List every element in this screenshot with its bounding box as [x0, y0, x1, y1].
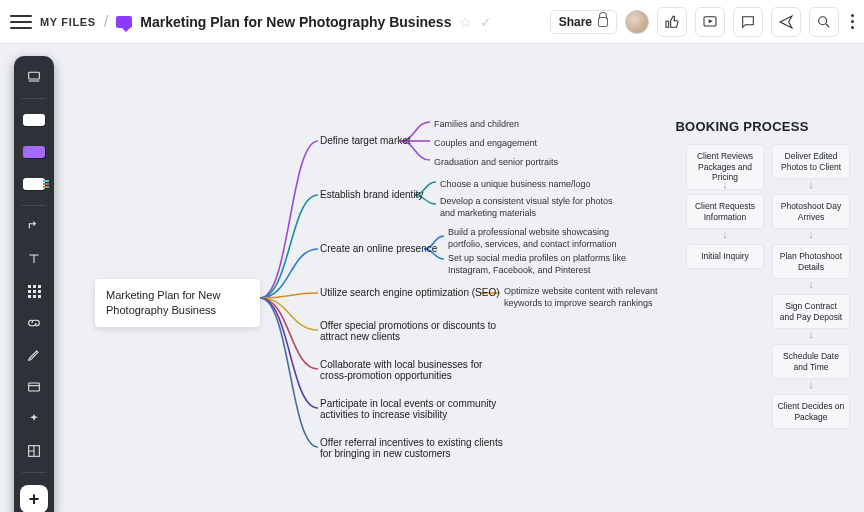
branch-online[interactable]: Create an online presence [320, 243, 437, 254]
arrow-down-icon: ↓ [772, 178, 850, 190]
flow-box[interactable]: Deliver Edited Photos to Client [772, 144, 850, 179]
tool-ai-sparkle[interactable] [19, 406, 49, 432]
branch-referral[interactable]: Offer referral incentives to existing cl… [320, 437, 510, 459]
flow-box[interactable]: Schedule Date and Time [772, 344, 850, 379]
top-bar: MY FILES / Marketing Plan for New Photog… [0, 0, 864, 44]
page-title[interactable]: Marketing Plan for New Photography Busin… [140, 14, 451, 30]
tool-layout[interactable] [19, 438, 49, 464]
mindmap-root[interactable]: Marketing Plan for New Photography Busin… [95, 279, 260, 327]
arrow-down-icon: ↓ [772, 378, 850, 390]
tool-text[interactable] [19, 246, 49, 272]
share-label: Share [559, 15, 592, 29]
svg-point-1 [819, 16, 827, 24]
leaf[interactable]: Choose a unique business name/logo [440, 178, 591, 190]
tool-browser[interactable] [19, 374, 49, 400]
leaf[interactable]: Families and children [434, 118, 519, 130]
checkmark-icon[interactable]: ✓ [480, 14, 492, 30]
arrow-down-icon: ↓ [686, 228, 764, 240]
share-button[interactable]: Share [550, 10, 617, 34]
avatar[interactable] [625, 10, 649, 34]
leaf[interactable]: Optimize website content with relevant k… [504, 285, 674, 309]
flow-box[interactable]: Initial Inquiry [686, 244, 764, 269]
lock-icon [598, 17, 608, 27]
branch-target-market[interactable]: Define target market [320, 135, 411, 146]
send-button[interactable] [771, 7, 801, 37]
flow-box[interactable]: Plan Photoshoot Details [772, 244, 850, 279]
menu-icon[interactable] [10, 15, 32, 29]
add-button[interactable]: + [20, 485, 48, 512]
breadcrumb-separator: / [104, 13, 108, 31]
tool-templates[interactable] [19, 64, 49, 90]
leaf[interactable]: Build a professional website showcasing … [448, 226, 643, 250]
flow-box[interactable]: Photoshoot Day Arrives [772, 194, 850, 229]
arrow-down-icon: ↓ [772, 278, 850, 290]
tool-rail: + [14, 56, 54, 512]
arrow-down-icon: ↓ [686, 178, 764, 190]
arrow-down-icon: ↓ [772, 328, 850, 340]
branch-events[interactable]: Participate in local events or community… [320, 398, 520, 420]
breadcrumb-root[interactable]: MY FILES [40, 16, 96, 28]
svg-rect-3 [29, 383, 40, 391]
branch-seo[interactable]: Utilize search engine optimization (SEO) [320, 287, 500, 298]
like-button[interactable] [657, 7, 687, 37]
flow-box[interactable]: Sign Contract and Pay Deposit [772, 294, 850, 329]
flow-box[interactable]: Client Decides on Package [772, 394, 850, 429]
branch-brand-identity[interactable]: Establish brand identity [320, 189, 423, 200]
search-button[interactable] [809, 7, 839, 37]
star-icon[interactable]: ☆ [459, 14, 472, 30]
tool-card-white[interactable] [19, 107, 49, 133]
branch-collab[interactable]: Collaborate with local businesses for cr… [320, 359, 510, 381]
leaf[interactable]: Develop a consistent visual style for ph… [440, 195, 630, 219]
flow-title: BOOKING PROCESS [656, 119, 828, 134]
tool-link[interactable] [19, 310, 49, 336]
svg-rect-2 [29, 72, 40, 79]
arrow-down-icon: ↓ [772, 228, 850, 240]
tool-grid[interactable] [19, 278, 49, 304]
play-button[interactable] [695, 7, 725, 37]
tool-card-mindmap[interactable] [19, 171, 49, 197]
leaf[interactable]: Set up social media profiles on platform… [448, 252, 653, 276]
comment-button[interactable] [733, 7, 763, 37]
tool-arrow[interactable] [19, 214, 49, 240]
presentation-icon [116, 16, 132, 28]
branch-promotions[interactable]: Offer special promotions or discounts to… [320, 320, 510, 342]
tool-pen[interactable] [19, 342, 49, 368]
tool-card-purple[interactable] [19, 139, 49, 165]
leaf[interactable]: Graduation and senior portraits [434, 156, 558, 168]
canvas[interactable]: + Marketing Plan for New Photography Bus… [0, 44, 864, 512]
leaf[interactable]: Couples and engagement [434, 137, 537, 149]
flow-box[interactable]: Client Requests Information [686, 194, 764, 229]
more-menu-icon[interactable] [851, 14, 854, 29]
